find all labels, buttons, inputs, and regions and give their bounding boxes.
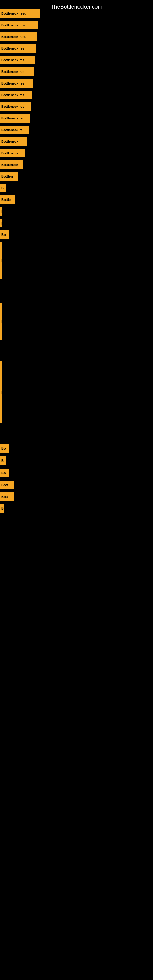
bottleneck-bar-1[interactable]: Bottleneck resu [0, 9, 40, 18]
bottleneck-bar-19[interactable]: | [0, 219, 2, 227]
bottleneck-bar-16[interactable]: B [0, 184, 6, 192]
bottleneck-bar-5[interactable]: Bottleneck res [0, 56, 35, 64]
bottleneck-bar-9[interactable]: Bottleneck res [0, 102, 31, 111]
bottleneck-bar-8[interactable]: Bottleneck res [0, 91, 32, 99]
bottleneck-bar-18[interactable]: | [0, 207, 2, 216]
bottleneck-bar-23[interactable]: | [0, 361, 2, 423]
bottleneck-bar-15[interactable]: Bottlen [0, 172, 18, 181]
bottleneck-bar-14[interactable]: Bottleneck [0, 161, 23, 169]
bottleneck-bar-24[interactable]: Bo [0, 444, 9, 453]
bottleneck-bar-2[interactable]: Bottleneck resu [0, 21, 38, 29]
bottleneck-bar-27[interactable]: Bott [0, 481, 14, 489]
bottleneck-bar-7[interactable]: Bottleneck res [0, 79, 33, 88]
bottleneck-bar-29[interactable]: B [0, 504, 4, 513]
bottleneck-bar-11[interactable]: Bottleneck re [0, 126, 29, 134]
bottleneck-bar-22[interactable]: | [0, 303, 2, 340]
bottleneck-bar-28[interactable]: Bott [0, 492, 14, 501]
bottleneck-bar-21[interactable]: | [0, 242, 2, 279]
bottleneck-bar-13[interactable]: Bottleneck r [0, 149, 25, 158]
bottleneck-bar-25[interactable]: B [0, 456, 6, 465]
bottleneck-bar-26[interactable]: Bo [0, 469, 9, 477]
bottleneck-bar-4[interactable]: Bottleneck res [0, 44, 36, 52]
bottleneck-bar-12[interactable]: Bottleneck r [0, 137, 27, 146]
bottleneck-bar-10[interactable]: Bottleneck re [0, 114, 30, 123]
bottleneck-bar-3[interactable]: Bottleneck resu [0, 32, 37, 41]
bottleneck-bar-6[interactable]: Bottleneck res [0, 67, 34, 76]
bottleneck-bar-17[interactable]: Bottle [0, 196, 15, 204]
bottleneck-bar-20[interactable]: Bo [0, 230, 9, 239]
